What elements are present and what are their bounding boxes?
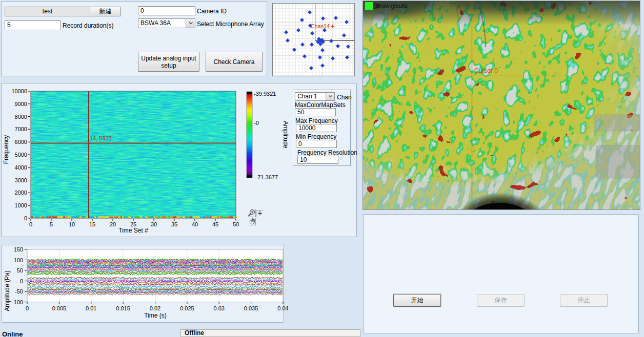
svg-text:Time Set #: Time Set #	[118, 227, 148, 234]
svg-text:20: 20	[110, 221, 116, 227]
svg-text:40: 40	[192, 221, 198, 227]
svg-text:0.03: 0.03	[213, 305, 224, 311]
svg-text:10000: 10000	[11, 88, 27, 94]
svg-text:-0: -0	[254, 120, 259, 126]
svg-text:-39.9321: -39.9321	[254, 91, 276, 97]
svg-text:6000: 6000	[15, 139, 27, 145]
svg-text:50: 50	[17, 267, 23, 273]
svg-text:5: 5	[50, 221, 53, 227]
svg-text:4000: 4000	[15, 164, 27, 171]
svg-text:50: 50	[233, 221, 239, 227]
svg-text:-50: -50	[15, 288, 23, 294]
svg-text:45: 45	[212, 221, 218, 227]
svg-text:7000: 7000	[15, 126, 27, 132]
svg-text:5000: 5000	[15, 152, 27, 158]
svg-text:1000: 1000	[15, 202, 27, 208]
svg-text:9000: 9000	[15, 101, 27, 107]
svg-text:0.035: 0.035	[244, 305, 258, 311]
svg-text:0.04: 0.04	[277, 305, 288, 311]
svg-text:--71.3677: --71.3677	[254, 174, 278, 180]
svg-text:3000: 3000	[15, 177, 27, 183]
svg-text:0: 0	[26, 305, 29, 311]
svg-text:Frequency: Frequency	[3, 135, 10, 164]
svg-text:0.02: 0.02	[150, 305, 160, 311]
svg-text:Time (s): Time (s)	[144, 312, 167, 319]
svg-text:2000: 2000	[15, 189, 27, 196]
svg-text:10: 10	[69, 221, 75, 227]
svg-text:0: 0	[24, 215, 27, 221]
svg-text:Cursor 0: Cursor 0	[474, 67, 498, 74]
svg-text:0.025: 0.025	[180, 305, 194, 311]
svg-text:100: 100	[14, 257, 23, 263]
svg-text:Amplitude (Pa): Amplitude (Pa)	[4, 270, 11, 311]
svg-text:35: 35	[171, 221, 177, 227]
svg-text:30: 30	[151, 221, 157, 227]
svg-text:0.01: 0.01	[86, 305, 96, 311]
svg-text:8000: 8000	[15, 114, 27, 120]
svg-text:0.015: 0.015	[116, 305, 130, 311]
svg-text:Amplitude: Amplitude	[282, 121, 289, 149]
svg-text:15: 15	[89, 221, 95, 227]
svg-text:14, 5932: 14, 5932	[90, 135, 112, 141]
svg-text:150: 150	[14, 246, 23, 252]
svg-text:0: 0	[20, 278, 23, 284]
svg-text:0.005: 0.005	[52, 305, 67, 311]
svg-text:Chan14: Chan14	[311, 23, 330, 29]
svg-text:0: 0	[29, 221, 32, 227]
svg-text:-100: -100	[12, 299, 23, 305]
